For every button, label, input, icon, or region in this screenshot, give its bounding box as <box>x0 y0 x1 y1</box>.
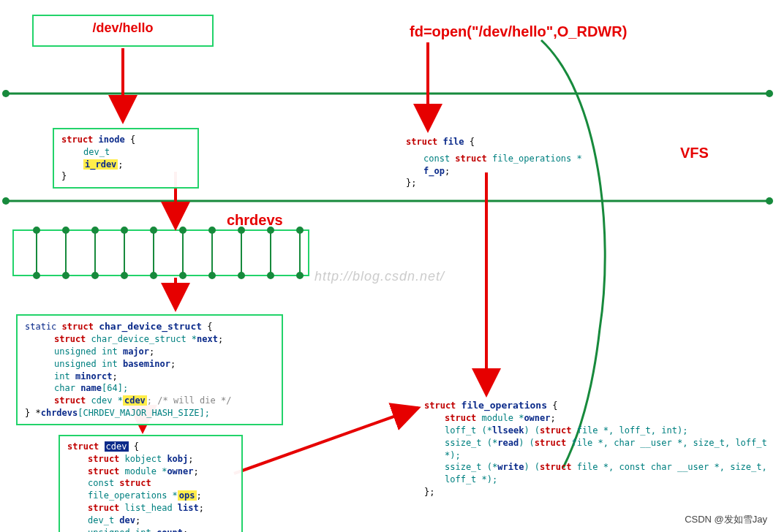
svg-point-5 <box>766 197 773 205</box>
struct-file-box: struct file { const struct file_operatio… <box>406 136 611 189</box>
ops-field: ops <box>178 490 197 501</box>
svg-point-20 <box>151 227 157 233</box>
svg-point-14 <box>92 227 98 233</box>
file-operations-box: struct file_operations { struct module *… <box>424 399 768 498</box>
f-op-field: f_op <box>423 166 445 176</box>
credit-text: CSDN @发如雪Jay <box>685 513 767 526</box>
svg-point-15 <box>92 273 98 278</box>
svg-point-8 <box>34 227 39 233</box>
svg-point-4 <box>2 197 10 205</box>
svg-point-12 <box>63 273 69 278</box>
svg-point-26 <box>209 227 215 233</box>
chrdevs-label: chrdevs <box>227 212 283 229</box>
svg-point-21 <box>151 273 157 278</box>
svg-point-9 <box>34 273 39 278</box>
struct-cdev-box: struct cdev { struct kobject kobj; struc… <box>59 435 243 532</box>
dev-path-text: /dev/hello <box>92 20 153 35</box>
svg-point-36 <box>297 273 303 278</box>
svg-point-27 <box>209 273 215 278</box>
cdev-ptr-field: cdev <box>123 395 147 406</box>
svg-point-24 <box>180 273 186 278</box>
watermark-text: http://blog.csdn.net/ <box>314 269 445 284</box>
i-rdev-field: i_rdev <box>83 159 118 170</box>
svg-point-30 <box>238 273 244 278</box>
svg-point-1 <box>2 90 10 97</box>
svg-rect-6 <box>13 230 309 276</box>
vfs-label: VFS <box>680 145 709 162</box>
svg-point-11 <box>63 227 69 233</box>
svg-point-33 <box>268 273 274 278</box>
open-call-text: fd=open("/dev/hello",O_RDWR) <box>410 23 627 40</box>
svg-point-35 <box>297 227 303 233</box>
svg-point-2 <box>766 90 773 97</box>
svg-point-18 <box>121 273 127 278</box>
svg-point-17 <box>121 227 127 233</box>
dev-path-box: /dev/hello <box>32 15 214 47</box>
struct-inode-box: struct inode { dev_t i_rdev; } <box>53 128 199 189</box>
svg-point-23 <box>180 227 186 233</box>
char-device-struct-box: static struct char_device_struct { struc… <box>16 314 283 425</box>
